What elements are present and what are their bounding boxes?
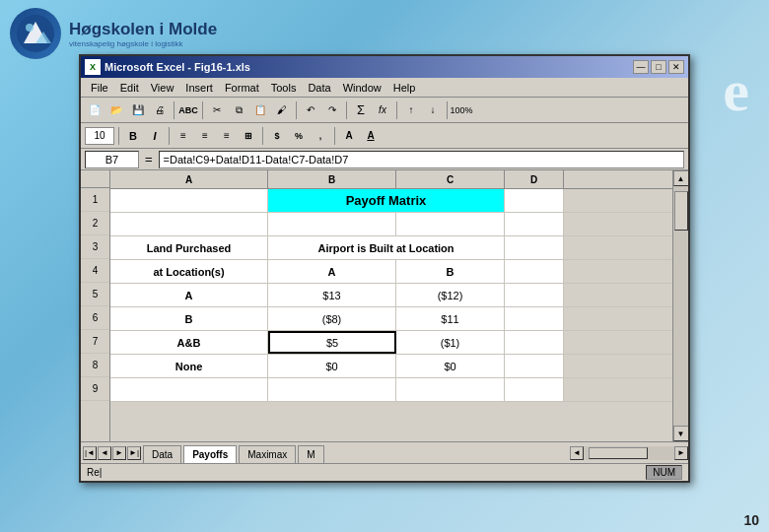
cell-D7[interactable] xyxy=(505,331,564,354)
menu-edit[interactable]: Edit xyxy=(114,82,145,94)
cell-D1[interactable] xyxy=(505,189,564,212)
menu-format[interactable]: Format xyxy=(219,82,265,94)
scroll-down-button[interactable]: ▼ xyxy=(673,426,689,441)
cell-B8[interactable]: $0 xyxy=(268,355,396,377)
undo-button[interactable]: ↶ xyxy=(301,100,320,120)
school-name: Høgskolen i Molde xyxy=(69,20,217,39)
cell-B3-merged[interactable]: Airport is Built at Location xyxy=(268,236,505,259)
tab-maximax[interactable]: Maximax xyxy=(239,445,296,463)
cell-A9[interactable] xyxy=(110,378,268,401)
close-button[interactable]: ✕ xyxy=(668,60,684,74)
cell-B4[interactable]: A xyxy=(268,260,396,283)
cell-D3[interactable] xyxy=(505,236,564,259)
tab-prev-button[interactable]: ◄ xyxy=(98,446,111,460)
minimize-button[interactable]: — xyxy=(633,60,649,74)
zoom-button[interactable]: 100% xyxy=(452,100,471,120)
col-header-C[interactable]: C xyxy=(396,170,505,188)
open-button[interactable]: 📂 xyxy=(106,100,126,120)
fill-color-button[interactable]: A xyxy=(339,126,359,146)
cell-A2[interactable] xyxy=(110,213,268,235)
copy-button[interactable]: ⧉ xyxy=(229,100,248,120)
print-button[interactable]: 🖨 xyxy=(150,100,170,120)
redo-button[interactable]: ↷ xyxy=(322,100,342,120)
autosum-button[interactable]: Σ xyxy=(351,100,371,120)
cell-reference[interactable]: B7 xyxy=(85,151,139,168)
cell-C9[interactable] xyxy=(396,378,505,401)
cell-C7[interactable]: ($1) xyxy=(396,331,505,354)
save-button[interactable]: 💾 xyxy=(128,100,148,120)
cell-B7-selected[interactable]: $5 xyxy=(268,331,396,354)
scroll-track[interactable] xyxy=(673,186,688,426)
tab-first-button[interactable]: |◄ xyxy=(83,446,97,460)
cell-D5[interactable] xyxy=(505,284,564,306)
align-left-button[interactable]: ≡ xyxy=(174,126,193,146)
cell-B2[interactable] xyxy=(268,213,396,235)
align-right-button[interactable]: ≡ xyxy=(217,126,237,146)
cell-A7[interactable]: A&B xyxy=(110,331,268,354)
menu-insert[interactable]: Insert xyxy=(179,82,219,94)
status-bar: Re| NUM xyxy=(81,463,688,481)
font-color-button[interactable]: A xyxy=(361,126,381,146)
tab-last-button[interactable]: ►| xyxy=(127,446,141,460)
scroll-up-button[interactable]: ▲ xyxy=(673,170,689,186)
merge-center-button[interactable]: ⊞ xyxy=(239,126,258,146)
cell-C2[interactable] xyxy=(396,213,505,235)
spell-check-button[interactable]: ABC xyxy=(178,100,198,120)
sort-desc-button[interactable]: ↓ xyxy=(423,100,443,120)
h-scroll-right[interactable]: ► xyxy=(674,446,688,460)
cell-D8[interactable] xyxy=(505,355,564,377)
cell-D2[interactable] xyxy=(505,213,564,235)
h-scroll-track[interactable] xyxy=(584,446,674,460)
menu-data[interactable]: Data xyxy=(302,82,336,94)
cell-C5[interactable]: ($12) xyxy=(396,284,505,306)
h-scroll-thumb[interactable] xyxy=(589,447,648,459)
menu-file[interactable]: File xyxy=(85,82,114,94)
cell-A1[interactable] xyxy=(110,189,268,212)
cut-button[interactable]: ✂ xyxy=(207,100,227,120)
cell-B5[interactable]: $13 xyxy=(268,284,396,306)
menu-view[interactable]: View xyxy=(145,82,180,94)
row-num-8: 8 xyxy=(81,354,109,377)
vertical-scrollbar[interactable]: ▲ ▼ xyxy=(672,170,688,441)
cell-D6[interactable] xyxy=(505,307,564,330)
cell-C8[interactable]: $0 xyxy=(396,355,505,377)
bold-button[interactable]: B xyxy=(123,126,143,146)
tab-m[interactable]: M xyxy=(298,445,323,463)
cell-C6[interactable]: $11 xyxy=(396,307,505,330)
currency-button[interactable]: $ xyxy=(267,126,287,146)
formula-input[interactable]: =Data!C9+Data!D11-Data!C7-Data!D7 xyxy=(159,151,684,168)
new-button[interactable]: 📄 xyxy=(85,100,105,120)
cell-A4[interactable]: at Location(s) xyxy=(110,260,268,283)
cell-B9[interactable] xyxy=(268,378,396,401)
tab-payoffs[interactable]: Payoffs xyxy=(183,445,237,463)
cell-A6[interactable]: B xyxy=(110,307,268,330)
col-header-B[interactable]: B xyxy=(268,170,396,188)
cell-A8[interactable]: None xyxy=(110,355,268,377)
scroll-thumb[interactable] xyxy=(674,191,688,231)
cell-A3[interactable]: Land Purchased xyxy=(110,236,268,259)
col-header-D[interactable]: D xyxy=(505,170,564,188)
menu-tools[interactable]: Tools xyxy=(265,82,303,94)
comma-button[interactable]: , xyxy=(311,126,330,146)
font-size-field[interactable]: 10 xyxy=(85,127,114,145)
paste-button[interactable]: 📋 xyxy=(250,100,270,120)
cell-C4[interactable]: B xyxy=(396,260,505,283)
percent-button[interactable]: % xyxy=(289,126,309,146)
cell-D9[interactable] xyxy=(505,378,564,401)
tab-data[interactable]: Data xyxy=(143,445,181,463)
cell-A5[interactable]: A xyxy=(110,284,268,306)
tab-next-button[interactable]: ► xyxy=(112,446,126,460)
align-center-button[interactable]: ≡ xyxy=(195,126,215,146)
menu-help[interactable]: Help xyxy=(387,82,422,94)
function-button[interactable]: fx xyxy=(373,100,392,120)
menu-window[interactable]: Window xyxy=(337,82,387,94)
cell-B6[interactable]: ($8) xyxy=(268,307,396,330)
cell-D4[interactable] xyxy=(505,260,564,283)
maximize-button[interactable]: □ xyxy=(651,60,666,74)
cell-B1-merged[interactable]: Payoff Matrix xyxy=(268,189,505,212)
sort-asc-button[interactable]: ↑ xyxy=(401,100,421,120)
col-header-A[interactable]: A xyxy=(110,170,268,188)
italic-button[interactable]: I xyxy=(145,126,165,146)
format-painter-button[interactable]: 🖌 xyxy=(272,100,292,120)
h-scroll-left[interactable]: ◄ xyxy=(570,446,584,460)
